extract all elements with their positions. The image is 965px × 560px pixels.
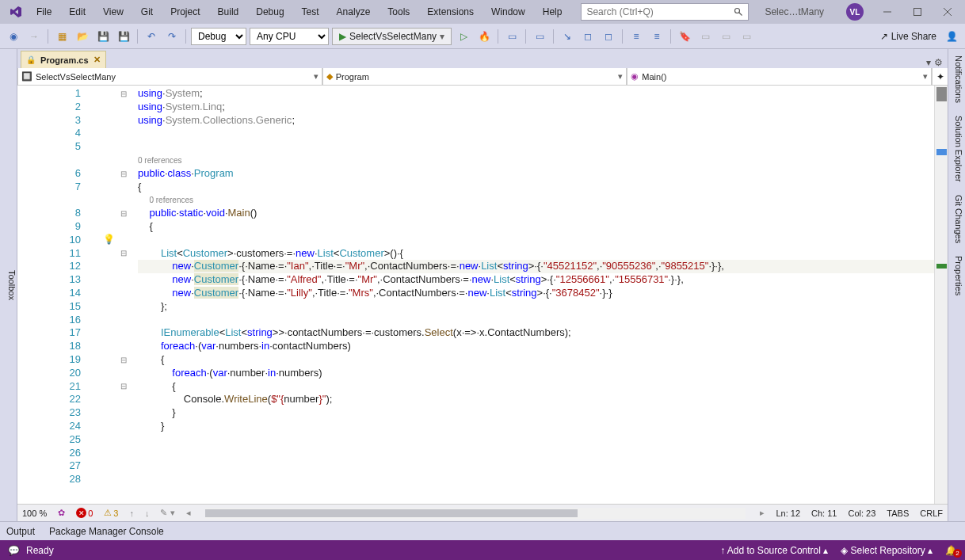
- side-tab-notifications[interactable]: Notifications: [948, 49, 965, 109]
- line-ending[interactable]: CRLF: [920, 509, 943, 518]
- code-content[interactable]: using·System;using·System.Linq;using·Sys…: [105, 86, 934, 504]
- indent-mode[interactable]: TABS: [887, 509, 909, 518]
- comment-icon[interactable]: ≡: [627, 28, 645, 45]
- close-button[interactable]: [933, 2, 962, 21]
- nav-project-select[interactable]: 🔲SelectVsSelectMany▾: [17, 68, 322, 85]
- close-tab-icon[interactable]: ✕: [93, 55, 101, 65]
- source-control-button[interactable]: ↑ Add to Source Control ▴: [720, 545, 828, 556]
- tb-icon-1[interactable]: ▭: [503, 28, 521, 45]
- save-icon[interactable]: 💾: [94, 28, 112, 45]
- menu-view[interactable]: View: [95, 3, 132, 21]
- user-avatar[interactable]: VL: [846, 3, 864, 21]
- start-label: SelectVsSelectMany: [349, 31, 437, 42]
- platform-select[interactable]: Any CPU: [250, 28, 329, 45]
- line-numbers: 1234567891011121314151617181920212223242…: [17, 86, 105, 504]
- open-icon[interactable]: 📂: [74, 28, 91, 45]
- editor-status-bar: 100 % ✿ ✕0 ⚠3 ↑ ↓ ✎ ▾ ◂ ▸ Ln: 12 Ch: 11 …: [17, 504, 948, 521]
- maximize-button[interactable]: [903, 2, 932, 21]
- menu-project[interactable]: Project: [162, 3, 208, 21]
- nav-fwd-button[interactable]: →: [25, 28, 43, 45]
- menu-git[interactable]: Git: [133, 3, 161, 21]
- nav-back-button[interactable]: ◉: [5, 28, 22, 45]
- caret-col: Col: 23: [848, 509, 875, 518]
- svg-line-1: [739, 13, 742, 16]
- document-tabs: 🔒 Program.cs ✕ ▾ ⚙: [17, 49, 948, 68]
- menu-debug[interactable]: Debug: [248, 3, 292, 21]
- search-icon: [734, 7, 743, 17]
- menu-test[interactable]: Test: [294, 3, 327, 21]
- bm-prev-icon[interactable]: ▭: [717, 28, 734, 45]
- minimize-button[interactable]: [873, 2, 902, 21]
- nav-down-icon[interactable]: ↓: [145, 509, 150, 518]
- select-repo-button[interactable]: ◈ Select Repository ▴: [841, 545, 933, 556]
- window-title: Selec…tMany: [765, 6, 824, 17]
- bookmark-icon[interactable]: 🔖: [676, 28, 693, 45]
- warning-count[interactable]: ⚠3: [104, 508, 118, 518]
- menu-extensions[interactable]: Extensions: [419, 3, 482, 21]
- uncomment-icon[interactable]: ≡: [648, 28, 666, 45]
- title-bar: FileEditViewGitProjectBuildDebugTestAnal…: [0, 0, 965, 24]
- nav-up-icon[interactable]: ↑: [129, 509, 134, 518]
- svg-point-0: [735, 9, 740, 13]
- menu-file[interactable]: File: [29, 3, 59, 21]
- right-sidebar-tabs: NotificationsSolution ExplorerGit Change…: [948, 49, 965, 521]
- navigation-bar: 🔲SelectVsSelectMany▾ ◆Program▾ ◉Main()▾ …: [17, 68, 948, 86]
- side-tab-solution-explorer[interactable]: Solution Explorer: [948, 109, 965, 189]
- menu-edit[interactable]: Edit: [61, 3, 93, 21]
- pin-icon: 🔒: [26, 55, 36, 64]
- bm-clear-icon[interactable]: ▭: [738, 28, 755, 45]
- undo-icon[interactable]: ↶: [143, 28, 160, 45]
- file-tab-program[interactable]: 🔒 Program.cs ✕: [21, 51, 106, 68]
- outdent-icon[interactable]: ◻: [579, 28, 597, 45]
- step-icon[interactable]: ↘: [559, 28, 576, 45]
- nav-class-select[interactable]: ◆Program▾: [322, 68, 627, 85]
- menu-analyze[interactable]: Analyze: [329, 3, 379, 21]
- menu-bar: FileEditViewGitProjectBuildDebugTestAnal…: [29, 3, 570, 21]
- bm-next-icon[interactable]: ▭: [696, 28, 714, 45]
- status-ready: Ready: [26, 545, 54, 556]
- bottom-tab-package-manager-console[interactable]: Package Manager Console: [49, 526, 164, 537]
- brush-icon[interactable]: ✎ ▾: [160, 508, 174, 518]
- save-all-icon[interactable]: 💾: [115, 28, 132, 45]
- menu-tools[interactable]: Tools: [380, 3, 418, 21]
- bottom-tab-output[interactable]: Output: [6, 526, 35, 537]
- split-icon[interactable]: ✦: [932, 68, 948, 85]
- start-no-debug-icon[interactable]: ▷: [455, 28, 472, 45]
- code-editor[interactable]: 1234567891011121314151617181920212223242…: [17, 86, 948, 504]
- svg-rect-3: [914, 9, 921, 16]
- play-icon: ▶: [339, 31, 346, 42]
- new-project-icon[interactable]: ▦: [53, 28, 71, 45]
- tab-dropdown-icon[interactable]: ▾: [926, 57, 931, 68]
- zoom-level[interactable]: 100 %: [22, 509, 47, 518]
- tb-icon-2[interactable]: ▭: [531, 28, 548, 45]
- nav-method-select[interactable]: ◉Main()▾: [627, 68, 932, 85]
- error-count[interactable]: ✕0: [76, 508, 93, 518]
- side-tab-properties[interactable]: Properties: [948, 250, 965, 302]
- caret-line: Ln: 12: [776, 509, 800, 518]
- caret-char: Ch: 11: [811, 509, 837, 518]
- search-box[interactable]: [581, 3, 749, 21]
- horizontal-scrollbar[interactable]: [205, 508, 746, 519]
- status-bar: 💬 Ready ↑ Add to Source Control ▴ ◈ Sele…: [0, 540, 965, 560]
- search-input[interactable]: [586, 6, 734, 17]
- menu-build[interactable]: Build: [210, 3, 247, 21]
- side-tab-git-changes[interactable]: Git Changes: [948, 189, 965, 250]
- vertical-scrollbar[interactable]: [934, 86, 948, 504]
- start-debug-button[interactable]: ▶ SelectVsSelectMany ▾: [332, 28, 452, 45]
- health-icon[interactable]: ✿: [58, 508, 65, 518]
- indent-icon[interactable]: ◻: [600, 28, 617, 45]
- hot-reload-icon[interactable]: 🔥: [475, 28, 493, 45]
- redo-icon[interactable]: ↷: [163, 28, 181, 45]
- menu-help[interactable]: Help: [535, 3, 570, 21]
- config-select[interactable]: Debug: [191, 28, 246, 45]
- menu-window[interactable]: Window: [483, 3, 533, 21]
- toolbox-tab[interactable]: Toolbox: [0, 49, 17, 521]
- bottom-panel-tabs: OutputPackage Manager Console: [0, 521, 965, 540]
- lightbulb-icon[interactable]: 💡: [103, 234, 115, 245]
- live-share-button[interactable]: ↗ Live Share: [880, 31, 936, 42]
- notifications-icon[interactable]: 🔔2: [945, 545, 957, 556]
- status-feedback-icon[interactable]: 💬: [8, 545, 20, 556]
- vs-logo-icon: [8, 4, 24, 20]
- tab-gear-icon[interactable]: ⚙: [934, 57, 943, 68]
- feedback-icon[interactable]: 👤: [943, 28, 960, 45]
